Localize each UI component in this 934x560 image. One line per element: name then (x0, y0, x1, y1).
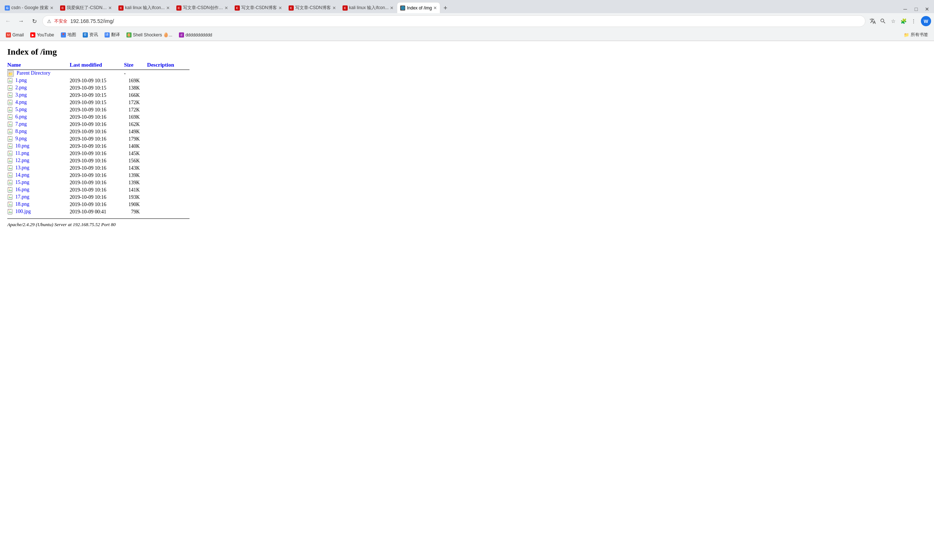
file-link[interactable]: 18.png (15, 202, 29, 207)
more-icon[interactable]: ⋮ (909, 17, 918, 26)
reload-button[interactable]: ↻ (29, 16, 39, 26)
table-row: 9.png 2019-10-09 10:16 179K (7, 135, 190, 143)
col-last-modified: Last modified (69, 61, 124, 70)
file-link[interactable]: 2.png (15, 85, 27, 90)
file-description-cell (147, 186, 190, 194)
sort-size-link[interactable]: Size (124, 62, 133, 68)
tab-close-icon[interactable]: ✕ (332, 5, 336, 11)
browser-tab[interactable]: G csdn - Google 搜索 ✕ (2, 2, 57, 13)
file-link[interactable]: 9.png (15, 136, 27, 141)
tab-close-icon[interactable]: ✕ (278, 5, 282, 11)
zoom-icon[interactable] (878, 17, 887, 26)
file-link[interactable]: 12.png (15, 158, 29, 163)
file-link[interactable]: 17.png (15, 194, 29, 200)
browser-tab[interactable]: C kali linux 输入ifcon... ✕ (115, 2, 173, 13)
minimize-button[interactable]: ─ (901, 5, 909, 13)
file-link[interactable]: 3.png (15, 92, 27, 98)
svg-point-81 (9, 174, 9, 175)
tab-close-icon[interactable]: ✕ (166, 5, 170, 11)
browser-tab[interactable]: C 我爱疯狂了-CSDN博... ✕ (57, 2, 115, 13)
sort-description-link[interactable]: Description (147, 62, 174, 68)
file-link[interactable]: 15.png (15, 180, 29, 185)
file-description-cell (147, 114, 190, 121)
file-link[interactable]: 5.png (15, 107, 27, 112)
file-name-cell: 6.png (7, 114, 69, 121)
address-bar[interactable]: ⚠ 不安全 192.168.75.52/img/ (42, 15, 866, 27)
svg-point-75 (9, 167, 9, 168)
tab-close-icon[interactable]: ✕ (390, 5, 394, 11)
sort-name-link[interactable]: Name (7, 62, 21, 68)
table-row: 100.jpg 2019-10-09 00:41 79K (7, 208, 190, 215)
file-name-cell: 16.png (7, 186, 69, 194)
forward-button[interactable]: → (16, 16, 26, 26)
file-link[interactable]: 1.png (15, 78, 27, 83)
file-size-cell: 190K (124, 201, 147, 208)
file-modified-cell: 2019-10-09 10:16 (69, 135, 124, 143)
file-modified-cell: 2019-10-09 10:15 (69, 77, 124, 85)
file-name-cell: 11.png (7, 150, 69, 157)
sort-modified-link[interactable]: Last modified (69, 62, 102, 68)
file-link[interactable]: 100.jpg (15, 209, 31, 214)
browser-tab[interactable]: 🌐 Index of /img ✕ (397, 2, 440, 13)
bookmark-item[interactable]: d ddddddddddd (176, 32, 215, 38)
translate-icon[interactable] (868, 17, 877, 26)
file-link[interactable]: 16.png (15, 187, 29, 192)
file-size-cell: 162K (124, 121, 147, 128)
file-icon (7, 172, 15, 178)
file-link[interactable]: 10.png (15, 143, 29, 149)
file-link[interactable]: 4.png (15, 99, 27, 105)
file-name-cell: 1.png (7, 77, 69, 85)
file-icon (7, 92, 15, 98)
bookmark-item[interactable]: 🥚 Shell Shockers 🥚... (124, 32, 175, 38)
parent-dir-link[interactable]: Parent Directory (17, 70, 51, 76)
file-link[interactable]: 6.png (15, 114, 27, 119)
table-row: 5.png 2019-10-09 10:16 172K (7, 106, 190, 114)
bookmark-label: 资讯 (89, 32, 98, 38)
bookmark-label: 地图 (68, 32, 76, 38)
profile-button[interactable]: W (921, 16, 931, 26)
file-link[interactable]: 7.png (15, 121, 27, 127)
file-link[interactable]: 8.png (15, 129, 27, 134)
file-link[interactable]: 14.png (15, 172, 29, 178)
bookmark-item[interactable]: 资 资讯 (80, 31, 101, 38)
page-content: Index of /img Name Last modified Size De… (0, 41, 934, 233)
address-bar-icons: ☆ 🧩 ⋮ (868, 17, 918, 26)
all-bookmarks-button[interactable]: 📁 所有书签 (901, 31, 931, 38)
close-button[interactable]: ✕ (923, 5, 931, 13)
bookmark-item[interactable]: ▶ YouTube (27, 32, 57, 38)
bookmark-item[interactable]: 📍 地图 (58, 31, 79, 38)
back-button[interactable]: ← (3, 16, 13, 26)
tab-label: kali linux 输入ifcon... (349, 5, 389, 11)
file-name-cell: 2.png (7, 85, 69, 92)
file-description-cell (147, 85, 190, 92)
new-tab-button[interactable]: + (440, 3, 451, 13)
tab-close-icon[interactable]: ✕ (108, 5, 112, 11)
extensions-icon[interactable]: 🧩 (899, 17, 908, 26)
browser-tab[interactable]: C 写文章-CSDN博客 ✕ (286, 2, 339, 13)
file-icon (7, 165, 15, 171)
tab-close-icon[interactable]: ✕ (50, 5, 54, 11)
file-link[interactable]: 11.png (15, 150, 29, 156)
file-modified-cell: 2019-10-09 10:15 (69, 92, 124, 99)
tab-close-icon[interactable]: ✕ (433, 5, 437, 11)
bookmark-item[interactable]: M Gmail (3, 32, 26, 38)
bookmark-star-icon[interactable]: ☆ (889, 17, 898, 26)
file-link[interactable]: 13.png (15, 165, 29, 171)
file-icon (7, 107, 15, 112)
file-table: Name Last modified Size Description 📁 Pa… (7, 61, 190, 215)
file-icon (7, 78, 15, 83)
table-row: 6.png 2019-10-09 10:16 169K (7, 114, 190, 121)
browser-tab[interactable]: C 写文章-CSDN博客 ✕ (232, 2, 286, 13)
bookmark-item[interactable]: 译 翻译 (102, 31, 123, 38)
bookmark-favicon: 译 (105, 32, 110, 37)
svg-point-111 (9, 211, 9, 211)
svg-point-9 (9, 87, 9, 88)
file-description-cell (147, 194, 190, 201)
tab-close-icon[interactable]: ✕ (224, 5, 228, 11)
browser-tab[interactable]: C 写文章-CSDN创作中... ✕ (173, 2, 232, 13)
browser-tab[interactable]: C kali linux 输入ifcon... ✕ (339, 2, 397, 13)
file-description-cell (147, 179, 190, 186)
maximize-button[interactable]: □ (912, 5, 920, 13)
file-description-cell (147, 128, 190, 135)
table-row: 17.png 2019-10-09 10:16 193K (7, 194, 190, 201)
